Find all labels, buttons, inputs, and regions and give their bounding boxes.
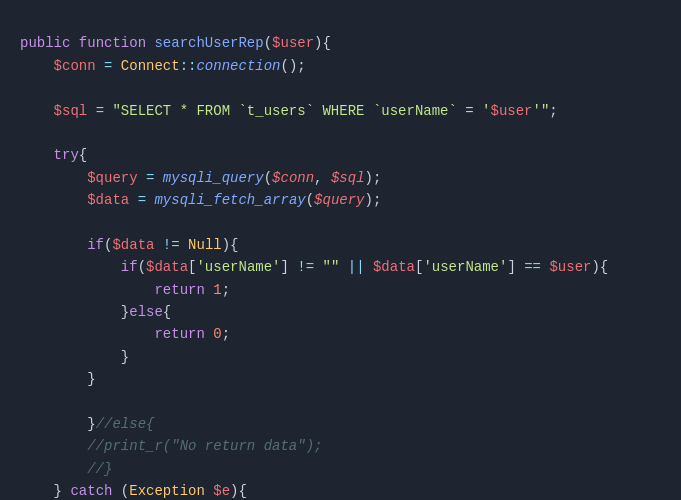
keyword-return-2: return bbox=[154, 326, 204, 342]
var-query: $query bbox=[87, 170, 137, 186]
var-conn: $conn bbox=[54, 58, 96, 74]
arg-query: $query bbox=[314, 192, 364, 208]
arg-sql: $sql bbox=[331, 170, 365, 186]
code-editor: public function searchUserRep($user){ $c… bbox=[0, 0, 681, 500]
keyword-else: else bbox=[129, 304, 163, 320]
param-user: $user bbox=[272, 35, 314, 51]
method-connection: connection bbox=[196, 58, 280, 74]
null-literal: Null bbox=[188, 237, 222, 253]
num-1: 1 bbox=[213, 282, 221, 298]
keyword-return-1: return bbox=[154, 282, 204, 298]
keyword-if-2: if bbox=[121, 259, 138, 275]
class-exception: Exception bbox=[129, 483, 205, 499]
var-sql: $sql bbox=[54, 103, 88, 119]
var-e: $e bbox=[213, 483, 230, 499]
function-name: searchUserRep bbox=[154, 35, 263, 51]
var-data: $data bbox=[87, 192, 129, 208]
keyword-try: try bbox=[54, 147, 79, 163]
comment-print: //print_r("No return data"); bbox=[87, 438, 322, 454]
keyword-public: public bbox=[20, 35, 70, 51]
fn-mysqli-query: mysqli_query bbox=[163, 170, 264, 186]
var-data-check: $data bbox=[112, 237, 154, 253]
var-data-username-2: $data bbox=[373, 259, 415, 275]
var-user-check: $user bbox=[549, 259, 591, 275]
string-sql: "SELECT * FROM `t_users` WHERE `userName… bbox=[112, 103, 549, 119]
arg-conn: $conn bbox=[272, 170, 314, 186]
var-data-username-1: $data bbox=[146, 259, 188, 275]
comment-else: //else{ bbox=[96, 416, 155, 432]
comment-close-brace: //} bbox=[87, 461, 112, 477]
num-0: 0 bbox=[213, 326, 221, 342]
keyword-catch: catch bbox=[70, 483, 112, 499]
fn-mysqli-fetch-array: mysqli_fetch_array bbox=[154, 192, 305, 208]
class-connect: Connect bbox=[121, 58, 180, 74]
keyword-if-1: if bbox=[87, 237, 104, 253]
keyword-function: function bbox=[79, 35, 146, 51]
